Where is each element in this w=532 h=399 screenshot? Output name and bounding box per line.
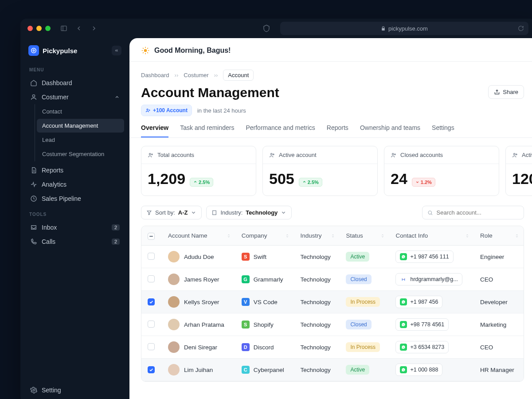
sidebar-item-calls[interactable]: Calls 2 xyxy=(26,235,124,249)
contact-chip[interactable]: +1 987 456 111 xyxy=(395,250,453,263)
table-row[interactable]: Adudu DoeSSwiftTechnologyActive+1 987 45… xyxy=(141,246,524,268)
tools-section-label: TOOLS xyxy=(29,212,121,217)
sidebar-item-reports[interactable]: Reports xyxy=(26,163,124,177)
avatar xyxy=(168,296,180,308)
tab-ownership[interactable]: Ownership and teams xyxy=(360,124,420,137)
sidebar-item-setting[interactable]: Setting xyxy=(26,383,124,397)
sidebar-toggle-icon[interactable] xyxy=(60,25,67,32)
column-header[interactable]: Role xyxy=(474,226,524,246)
sort-filter[interactable]: Sort by: A-Z xyxy=(141,206,202,219)
contact-chip[interactable]: +98 778 4561 xyxy=(395,318,449,331)
contact-chip[interactable]: +3 6534 8273 xyxy=(395,341,449,353)
role-cell: Marketing xyxy=(480,321,506,328)
sidebar-item-pipeline[interactable]: Sales Pipeline xyxy=(26,192,124,206)
select-all-checkbox[interactable] xyxy=(148,233,155,240)
brand[interactable]: Pickypulse xyxy=(28,45,77,56)
sort-icon xyxy=(380,233,385,239)
sidebar-item-inbox[interactable]: Inbox 2 xyxy=(26,220,124,235)
column-header[interactable]: Contact Info xyxy=(389,226,474,246)
row-checkbox[interactable] xyxy=(148,253,155,260)
row-checkbox[interactable] xyxy=(148,275,155,282)
menu-section-label: MENU xyxy=(29,67,121,72)
role-cell: CEO xyxy=(480,344,493,351)
tab-tasks[interactable]: Task and reminders xyxy=(180,124,234,137)
stat-card[interactable]: Total accounts1,209 2.5% xyxy=(141,146,256,196)
svg-point-23 xyxy=(152,154,153,155)
address-bar-url: pickypulse.com xyxy=(388,25,428,32)
users-icon xyxy=(269,152,275,158)
whatsapp-icon xyxy=(400,344,407,351)
avatar xyxy=(168,364,180,376)
sort-icon xyxy=(227,233,231,239)
row-checkbox[interactable] xyxy=(148,366,155,373)
page-title: Account Management xyxy=(141,85,279,100)
table-row[interactable]: Lim JuihanCCyberpanelTechnologyActive+1 … xyxy=(141,359,524,381)
costumer-subnav: Contact Account Management Lead Costumer… xyxy=(35,104,124,161)
stat-card[interactable]: Active account505 2.5% xyxy=(262,146,378,196)
sidebar-item-dashboard[interactable]: Dashboard xyxy=(26,76,124,90)
users-icon xyxy=(391,152,397,158)
table-row[interactable]: Deni SiregarDDiscordTechnologyIn Process… xyxy=(141,336,524,359)
role-cell: HR Manager xyxy=(480,367,514,373)
table-row[interactable]: Arhan PratamaSShopifyTechnologyClosed+98… xyxy=(141,313,524,336)
row-checkbox[interactable] xyxy=(148,343,155,350)
company-logo-icon: S xyxy=(242,253,250,261)
table-row[interactable]: Kellys SroyerVVS CodeTechnologyIn Proces… xyxy=(141,291,524,313)
svg-line-15 xyxy=(147,52,148,53)
tab-settings[interactable]: Settings xyxy=(432,124,454,137)
table-row[interactable]: James RoyerGGrammarlyTechnologyClosedhrd… xyxy=(141,268,524,291)
company-logo-icon: C xyxy=(242,366,250,374)
subnav-contact[interactable]: Contact xyxy=(37,105,124,118)
close-window-dot[interactable] xyxy=(27,26,33,31)
status-badge: In Process xyxy=(346,342,380,352)
crumb-dashboard[interactable]: Dashboard xyxy=(141,72,169,78)
crumb-costumer[interactable]: Costumer xyxy=(184,72,208,78)
sort-icon xyxy=(285,233,289,239)
stat-card[interactable]: Closed accounts24 1.2% xyxy=(384,146,499,196)
maximize-window-dot[interactable] xyxy=(45,26,51,31)
contact-chip[interactable]: +1 987 456 xyxy=(395,296,442,308)
svg-point-2 xyxy=(31,48,36,53)
row-checkbox[interactable] xyxy=(148,298,155,305)
svg-marker-30 xyxy=(147,211,151,215)
traffic-lights xyxy=(27,26,51,31)
search-input-wrap[interactable] xyxy=(422,206,524,219)
tab-reports[interactable]: Reports xyxy=(327,124,348,137)
company-logo-icon: D xyxy=(242,343,250,351)
account-name: Adudu Doe xyxy=(184,254,214,260)
search-input[interactable] xyxy=(437,209,519,216)
sidebar-item-analytics[interactable]: Analytics xyxy=(26,177,124,192)
mac-titlebar: pickypulse.com xyxy=(20,19,532,38)
stat-value: 505 xyxy=(269,170,294,188)
contact-chip[interactable]: +1 000 888 xyxy=(395,364,442,376)
subnav-lead[interactable]: Lead xyxy=(37,133,124,147)
subnav-account-management[interactable]: Account Management xyxy=(37,119,124,133)
browser-forward-icon[interactable] xyxy=(90,25,98,32)
column-header[interactable]: Status xyxy=(340,226,389,246)
stat-card[interactable]: Active users120 xyxy=(505,146,532,196)
industry-filter[interactable]: Industry: Technology xyxy=(206,206,292,219)
column-header[interactable]: Account Name xyxy=(162,226,235,246)
inbox-badge: 2 xyxy=(112,224,120,231)
minimize-window-dot[interactable] xyxy=(36,26,42,31)
tab-overview[interactable]: Overview xyxy=(141,124,168,137)
sidebar-item-costumer[interactable]: Costumer xyxy=(26,90,124,104)
user-icon xyxy=(30,94,37,101)
whatsapp-icon xyxy=(400,253,407,260)
column-header[interactable]: Industry xyxy=(294,226,340,246)
subnav-costumer-segmentation[interactable]: Costumer Segmentation xyxy=(37,147,124,161)
browser-back-icon[interactable] xyxy=(75,25,82,32)
row-checkbox[interactable] xyxy=(148,321,155,328)
share-button[interactable]: Share xyxy=(488,85,524,99)
reload-icon[interactable] xyxy=(518,25,524,31)
chevron-right-icon: ›› xyxy=(214,72,218,78)
column-header[interactable]: Company xyxy=(235,226,294,246)
sort-icon xyxy=(515,233,519,239)
privacy-shield-icon[interactable] xyxy=(262,24,270,32)
account-name: James Royer xyxy=(184,276,219,283)
address-bar[interactable]: pickypulse.com xyxy=(280,22,528,35)
sidebar-collapse-button[interactable] xyxy=(112,46,121,55)
contact-chip[interactable]: hrdgrammarly@g... xyxy=(395,273,462,286)
tab-performance[interactable]: Performance and metrics xyxy=(246,124,315,137)
lock-icon xyxy=(381,26,386,31)
